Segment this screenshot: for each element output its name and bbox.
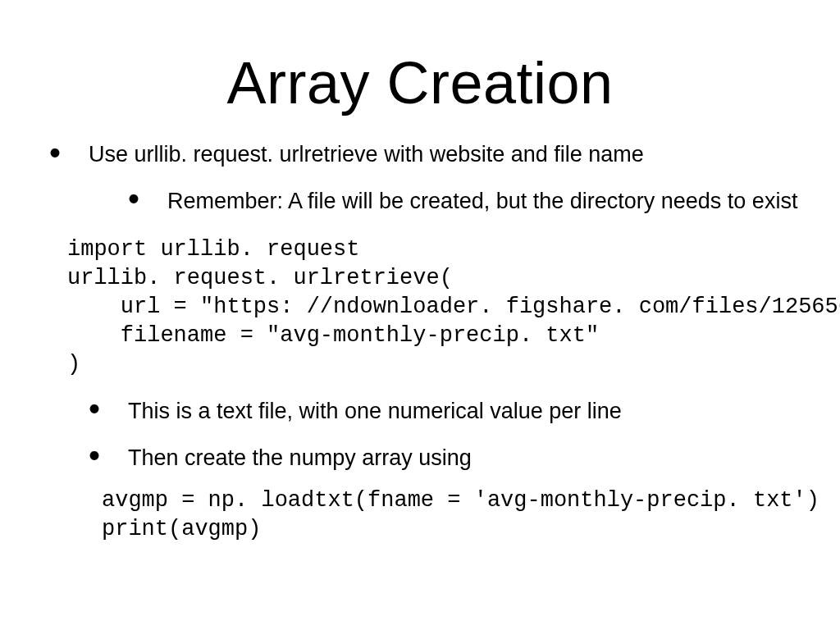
sub-bullet-item: • This is a text file, with one numerica…: [89, 397, 807, 426]
bullet-icon: •: [128, 182, 139, 215]
bullet-icon: •: [89, 392, 100, 425]
bullet-item: • Use urllib. request. urlretrieve with …: [49, 141, 807, 216]
slide-title: Array Creation: [0, 0, 840, 141]
slide-body: • Use urllib. request. urlretrieve with …: [0, 141, 840, 544]
bullet-text: Use urllib. request. urlretrieve with we…: [89, 142, 644, 167]
code-block: avgmp = np. loadtxt(fname = 'avg-monthly…: [49, 486, 807, 544]
sub-bullet-item: • Then create the numpy array using: [89, 444, 807, 472]
slide: Array Creation • Use urllib. request. ur…: [0, 0, 840, 630]
code-block: import urllib. request urllib. request. …: [49, 235, 807, 379]
sub-bullet-text: Then create the numpy array using: [128, 445, 472, 470]
sub-bullet-text: Remember: A file will be created, but th…: [167, 189, 797, 213]
bullet-icon: •: [89, 439, 100, 472]
sub-bullet-text: This is a text file, with one numerical …: [128, 399, 622, 423]
sub-bullet-item: • Remember: A file will be created, but …: [128, 187, 807, 216]
bullet-icon: •: [49, 136, 61, 169]
